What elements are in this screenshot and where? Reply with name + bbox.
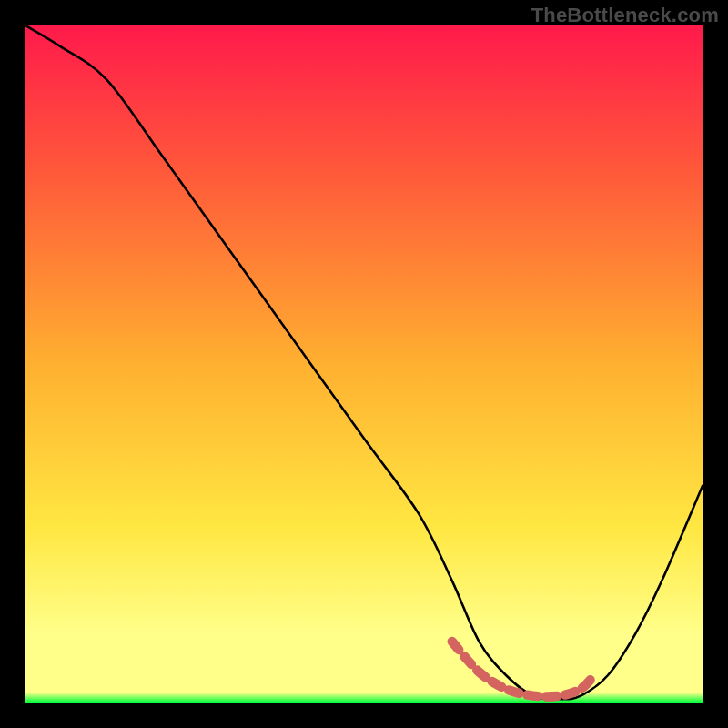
bottleneck-plot xyxy=(25,25,703,703)
chart-stage: TheBottleneck.com xyxy=(0,0,728,728)
plot-svg xyxy=(25,25,703,703)
gradient-background xyxy=(25,25,703,703)
site-watermark: TheBottleneck.com xyxy=(531,4,719,27)
